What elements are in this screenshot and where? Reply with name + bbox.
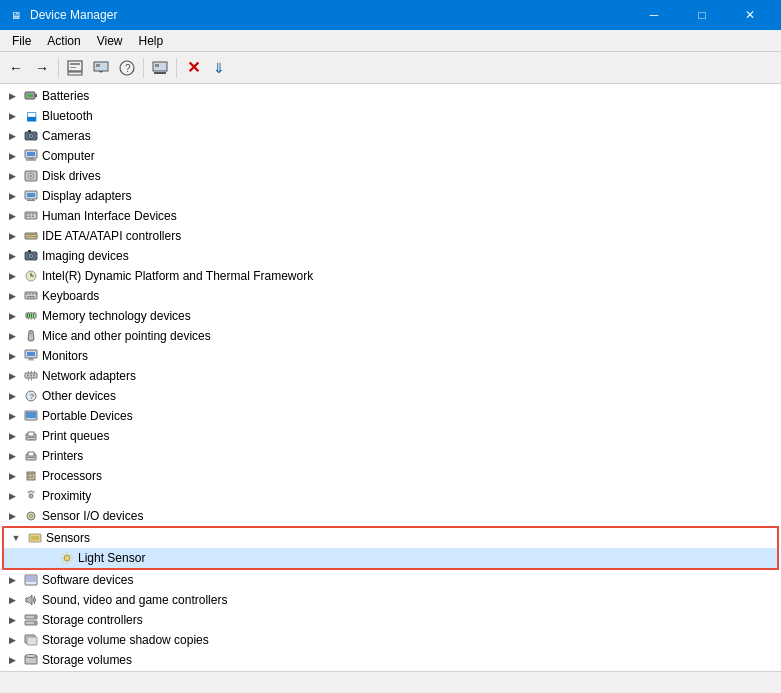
svg-rect-17 (28, 130, 31, 132)
tree-item-cameras[interactable]: ▶ Cameras (0, 126, 781, 146)
svg-rect-66 (27, 352, 35, 356)
tree-item-network-adapters[interactable]: ▶ Network adapters (0, 366, 781, 386)
memory-tech-icon (23, 308, 39, 324)
expand-proximity[interactable]: ▶ (4, 488, 20, 504)
expand-cameras[interactable]: ▶ (4, 128, 20, 144)
expand-imaging-devices[interactable]: ▶ (4, 248, 20, 264)
svg-rect-67 (29, 358, 33, 359)
tree-item-intel-dynamic[interactable]: ▶ Intel(R) Dynamic Platform and Thermal … (0, 266, 781, 286)
tree-item-monitors[interactable]: ▶ Monitors (0, 346, 781, 366)
expand-ide-ata[interactable]: ▶ (4, 228, 20, 244)
tree-item-proximity[interactable]: ▶ Proximity (0, 486, 781, 506)
expand-printers[interactable]: ▶ (4, 448, 20, 464)
expand-print-queues[interactable]: ▶ (4, 428, 20, 444)
svg-rect-61 (28, 318, 29, 320)
tree-item-sound-video[interactable]: ▶ Sound, video and game controllers (0, 590, 781, 610)
tree-item-processors[interactable]: ▶ Processors (0, 466, 781, 486)
expand-bluetooth[interactable]: ▶ (4, 108, 20, 124)
expand-monitors[interactable]: ▶ (4, 348, 20, 364)
expand-computer[interactable]: ▶ (4, 148, 20, 164)
back-button[interactable]: ← (4, 56, 28, 80)
expand-storage-controllers[interactable]: ▶ (4, 612, 20, 628)
maximize-button[interactable]: □ (679, 0, 725, 30)
expand-keyboards[interactable]: ▶ (4, 288, 20, 304)
expand-sensor-io[interactable]: ▶ (4, 508, 20, 524)
svg-rect-5 (96, 64, 100, 67)
help-button[interactable]: ? (115, 56, 139, 80)
expand-sensors[interactable]: ▼ (8, 530, 24, 546)
tree-item-portable-devices[interactable]: ▶ Portable Devices (0, 406, 781, 426)
software-devices-icon (23, 572, 39, 588)
other-devices-label: Other devices (42, 389, 116, 403)
menu-action[interactable]: Action (39, 30, 88, 51)
tree-item-sensors[interactable]: ▼ Sensors (4, 528, 777, 548)
expand-sound-video[interactable]: ▶ (4, 592, 20, 608)
tree-item-keyboards[interactable]: ▶ Keyboards (0, 286, 781, 306)
toolbar: ← → ? ✕ ⇓ (0, 52, 781, 84)
tree-item-storage-volumes[interactable]: ▶ Storage volumes (0, 650, 781, 670)
tree-item-printers[interactable]: ▶ Printers (0, 446, 781, 466)
tree-item-other-devices[interactable]: ▶ ? Other devices (0, 386, 781, 406)
tree-item-sensor-io[interactable]: ▶ Sensor I/O devices (0, 506, 781, 526)
tree-item-mice[interactable]: ▶ Mice and other pointing devices (0, 326, 781, 346)
expand-processors[interactable]: ▶ (4, 468, 20, 484)
expand-portable-devices[interactable]: ▶ (4, 408, 20, 424)
tree-item-imaging-devices[interactable]: ▶ Imaging devices (0, 246, 781, 266)
tree-item-storage-shadow[interactable]: ▶ Storage volume shadow copies (0, 630, 781, 650)
processors-icon (23, 468, 39, 484)
printers-label: Printers (42, 449, 83, 463)
svg-rect-32 (29, 213, 31, 215)
update-driver-button[interactable] (89, 56, 113, 80)
human-interface-icon (23, 208, 39, 224)
menu-file[interactable]: File (4, 30, 39, 51)
menu-view[interactable]: View (89, 30, 131, 51)
tree-item-computer[interactable]: ▶ Computer (0, 146, 781, 166)
tree-item-memory-tech[interactable]: ▶ Memory technology devices (0, 306, 781, 326)
forward-button[interactable]: → (30, 56, 54, 80)
menu-help[interactable]: Help (131, 30, 172, 51)
toolbar-sep-3 (176, 58, 177, 78)
title-bar: 🖥 Device Manager ─ □ ✕ (0, 0, 781, 30)
tree-item-disk-drives[interactable]: ▶ Disk drives (0, 166, 781, 186)
svg-rect-40 (26, 236, 36, 237)
expand-mice[interactable]: ▶ (4, 328, 20, 344)
remove-button[interactable]: ✕ (181, 56, 205, 80)
expand-batteries[interactable]: ▶ (4, 88, 20, 104)
sensor-io-label: Sensor I/O devices (42, 509, 143, 523)
tree-item-storage-controllers[interactable]: ▶ Storage controllers (0, 610, 781, 630)
expand-disk-drives[interactable]: ▶ (4, 168, 20, 184)
storage-controllers-icon (23, 612, 39, 628)
tree-item-system-devices[interactable]: ▶ System devices (0, 670, 781, 671)
expand-display-adapters[interactable]: ▶ (4, 188, 20, 204)
svg-rect-85 (27, 437, 35, 438)
tree-item-display-adapters[interactable]: ▶ Display adapters (0, 186, 781, 206)
expand-storage-volumes[interactable]: ▶ (4, 652, 20, 668)
disk-drives-label: Disk drives (42, 169, 101, 183)
svg-rect-84 (28, 432, 34, 436)
tree-item-print-queues[interactable]: ▶ Print queues (0, 426, 781, 446)
computer-label: Computer (42, 149, 95, 163)
close-button[interactable]: ✕ (727, 0, 773, 30)
expand-storage-shadow[interactable]: ▶ (4, 632, 20, 648)
properties-button[interactable] (63, 56, 87, 80)
device-tree[interactable]: ▶ Batteries ▶ ⬓ Bluetooth ▶ Cameras ▶ Co… (0, 84, 781, 671)
tree-item-batteries[interactable]: ▶ Batteries (0, 86, 781, 106)
tree-item-software-devices[interactable]: ▶ Software devices (0, 570, 781, 590)
minimize-button[interactable]: ─ (631, 0, 677, 30)
svg-rect-51 (35, 293, 37, 295)
expand-software-devices[interactable]: ▶ (4, 572, 20, 588)
scan-button[interactable] (148, 56, 172, 80)
expand-other-devices[interactable]: ▶ (4, 388, 20, 404)
tree-item-human-interface[interactable]: ▶ Human Interface Devices (0, 206, 781, 226)
tree-item-bluetooth[interactable]: ▶ ⬓ Bluetooth (0, 106, 781, 126)
tree-item-ide-ata[interactable]: ▶ IDE ATA/ATAPI controllers (0, 226, 781, 246)
status-bar (0, 671, 781, 693)
download-button[interactable]: ⇓ (207, 56, 231, 80)
expand-human-interface[interactable]: ▶ (4, 208, 20, 224)
bluetooth-icon: ⬓ (23, 108, 39, 124)
tree-item-light-sensor[interactable]: ▶ Light Sensor (4, 548, 777, 568)
sensors-group: ▼ Sensors ▶ Light Sensor (2, 526, 779, 570)
expand-network-adapters[interactable]: ▶ (4, 368, 20, 384)
expand-intel-dynamic[interactable]: ▶ (4, 268, 20, 284)
expand-memory-tech[interactable]: ▶ (4, 308, 20, 324)
